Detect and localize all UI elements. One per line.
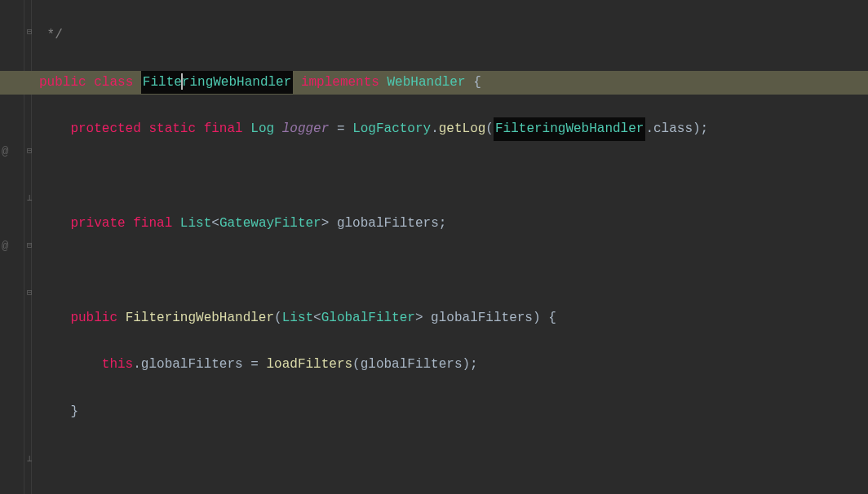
code-line[interactable]: this.globalFilters = loadFilters(globalF… bbox=[39, 353, 868, 377]
fold-icon[interactable]: ⊟ bbox=[27, 143, 33, 160]
fold-icon[interactable]: ⊟ bbox=[27, 285, 33, 302]
fold-icon[interactable]: ⊟ bbox=[27, 24, 33, 41]
annotation-marker[interactable]: @ bbox=[2, 142, 8, 162]
code-line[interactable] bbox=[39, 259, 868, 283]
code-line[interactable]: } bbox=[39, 400, 868, 424]
comment-text: */ bbox=[39, 24, 63, 47]
code-line[interactable]: */ bbox=[39, 24, 868, 47]
annotation-marker[interactable]: @ bbox=[2, 236, 8, 257]
code-line-current[interactable]: public class FilteringWebHandler impleme… bbox=[0, 71, 868, 95]
fold-icon[interactable]: ⊟ bbox=[27, 238, 33, 254]
code-line[interactable]: public FilteringWebHandler(List<GlobalFi… bbox=[39, 307, 868, 330]
code-line[interactable] bbox=[39, 165, 868, 188]
fold-end-icon[interactable]: ⊥ bbox=[27, 191, 33, 207]
code-line[interactable]: private final List<GatewayFilter> global… bbox=[39, 212, 868, 236]
code-editor[interactable]: */ public class FilteringWebHandler impl… bbox=[39, 0, 868, 494]
fold-end-icon[interactable]: ⊥ bbox=[27, 452, 33, 468]
code-line[interactable] bbox=[39, 448, 868, 471]
code-line[interactable]: protected static final Log logger = LogF… bbox=[39, 117, 868, 141]
